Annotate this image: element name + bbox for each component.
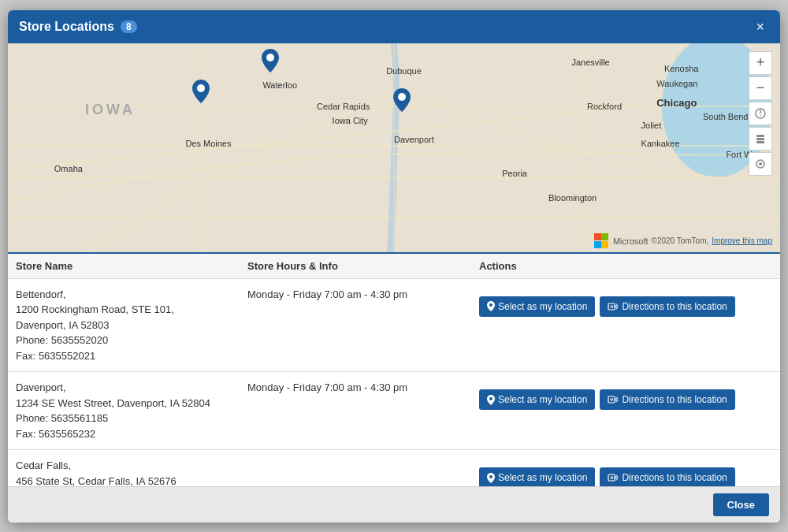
city-cedar-rapids: Cedar Rapids [317, 102, 370, 111]
store-table-container: Store Name Store Hours & Info Actions Be… [8, 252, 780, 486]
actions-cell: Select as my location Directions to this… [471, 450, 780, 486]
actions-cell: Select as my location Directions to this… [471, 278, 780, 372]
map-pin-waterloo[interactable] [262, 49, 279, 75]
copyright-text: ©2020 TomTom, [652, 236, 709, 245]
store-hours-cell [240, 450, 471, 486]
city-chicago: Chicago [656, 97, 697, 109]
zoom-in-button[interactable]: + [749, 51, 772, 75]
city-iowa-city: Iowa City [333, 116, 368, 125]
table-row: Davenport,1234 SE West Street, Davenport… [8, 372, 780, 450]
svg-rect-17 [756, 141, 764, 143]
modal-close-button[interactable]: × [751, 18, 769, 35]
store-name-cell: Bettendorf,1200 Rockingham Road, STE 101… [8, 278, 240, 372]
map-container: Waterloo Dubuque Janesville Kenosha Wauk… [8, 43, 780, 252]
directions-button[interactable]: Directions to this location [600, 467, 734, 486]
select-location-button[interactable]: Select as my location [479, 296, 595, 317]
col-store-name: Store Name [8, 254, 240, 279]
map-settings-button[interactable] [749, 152, 772, 176]
city-joliet: Joliet [641, 121, 662, 130]
state-label-iowa: IOWA [85, 102, 136, 118]
city-davenport: Davenport [394, 135, 434, 144]
zoom-out-button[interactable]: − [749, 76, 772, 100]
select-location-button[interactable]: Select as my location [479, 389, 595, 410]
city-peoria: Peoria [502, 169, 527, 178]
map-controls: + − [749, 51, 772, 176]
microsoft-label: Microsoft [613, 236, 649, 246]
col-actions: Actions [471, 254, 780, 279]
city-kenosha: Kenosha [664, 64, 698, 73]
store-name-cell: Davenport,1234 SE West Street, Davenport… [8, 372, 240, 450]
directions-button[interactable]: Directions to this location [600, 389, 734, 410]
city-rockford: Rockford [587, 102, 622, 111]
table-row: Cedar Falls,456 State St, Cedar Falls, I… [8, 450, 780, 486]
store-count-badge: 8 [121, 20, 137, 33]
city-des-moines: Des Moines [185, 139, 231, 148]
svg-rect-15 [756, 135, 764, 137]
map-pin-davenport[interactable] [393, 88, 411, 114]
footer-close-button[interactable]: Close [713, 493, 769, 516]
svg-point-20 [489, 303, 492, 307]
improve-map-link[interactable]: Improve this map [712, 236, 772, 245]
microsoft-logo [594, 233, 610, 249]
city-janesville: Janesville [571, 58, 609, 67]
map-layer-button[interactable] [749, 127, 772, 151]
svg-marker-13 [760, 109, 762, 113]
modal-footer: Close [8, 486, 780, 523]
svg-point-10 [398, 93, 406, 101]
actions-cell: Select as my location Directions to this… [471, 372, 780, 450]
table-header-row: Store Name Store Hours & Info Actions [8, 254, 780, 279]
city-bloomington: Bloomington [548, 193, 597, 203]
map-copyright: Microsoft ©2020 TomTom, Improve this map [594, 233, 772, 249]
modal-header: Store Locations 8 × [8, 10, 780, 43]
city-dubuque: Dubuque [386, 66, 422, 76]
svg-point-9 [197, 84, 205, 92]
city-kankakee: Kankakee [641, 139, 680, 148]
table-row: Bettendorf,1200 Rockingham Road, STE 101… [8, 278, 780, 372]
store-name-cell: Cedar Falls,456 State St, Cedar Falls, I… [8, 450, 240, 486]
select-location-button[interactable]: Select as my location [479, 467, 595, 486]
store-locations-modal: Store Locations 8 × [8, 10, 780, 523]
compass-button[interactable] [749, 102, 772, 125]
store-table: Store Name Store Hours & Info Actions Be… [8, 254, 780, 486]
city-south-bend: South Bend [703, 112, 749, 121]
svg-point-11 [266, 54, 274, 61]
svg-point-24 [489, 475, 492, 478]
svg-point-22 [489, 397, 492, 400]
city-waukegan: Waukegan [656, 79, 697, 88]
city-omaha: Omaha [54, 164, 83, 173]
map-pin-des-moines[interactable] [192, 80, 210, 106]
city-waterloo: Waterloo [262, 80, 297, 90]
modal-header-left: Store Locations 8 [19, 20, 137, 34]
col-store-hours: Store Hours & Info [240, 254, 471, 279]
svg-point-19 [759, 162, 762, 166]
svg-marker-14 [760, 113, 762, 118]
store-hours-cell: Monday - Friday 7:00 am - 4:30 pm [240, 278, 471, 372]
store-hours-cell: Monday - Friday 7:00 am - 4:30 pm [240, 372, 471, 450]
svg-rect-16 [756, 138, 764, 140]
modal-title: Store Locations [19, 20, 114, 34]
directions-button[interactable]: Directions to this location [600, 296, 734, 317]
